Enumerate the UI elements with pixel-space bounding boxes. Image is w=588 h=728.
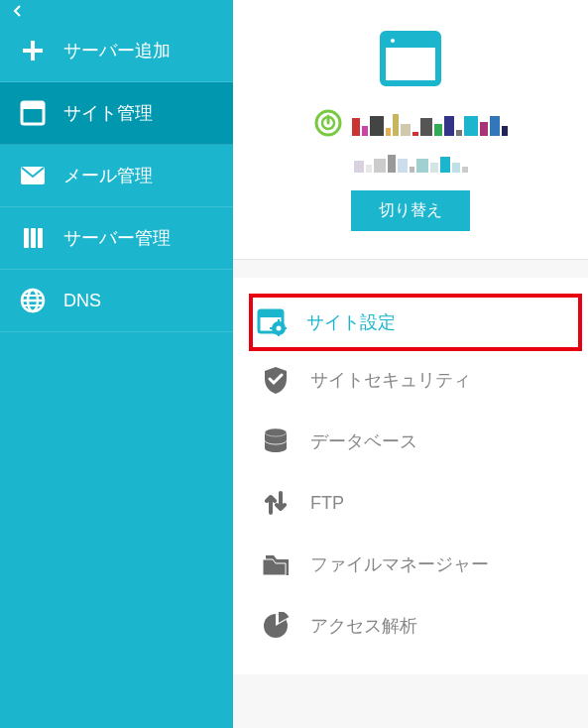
svg-rect-1	[23, 49, 43, 53]
menu-item-label: サイト設定	[306, 310, 396, 334]
menu-item-database[interactable]: データベース	[253, 413, 578, 470]
pie-chart-icon	[261, 611, 291, 641]
domain-name-obscured	[352, 114, 508, 136]
svg-rect-5	[24, 228, 29, 248]
menu-item-label: データベース	[310, 429, 417, 453]
menu-item-label: ファイルマネージャー	[310, 552, 489, 576]
menu-item-label: アクセス解析	[310, 614, 417, 638]
menu-item-label: サイトセキュリティ	[310, 368, 471, 392]
power-status-icon	[314, 109, 342, 141]
sidebar-item-dns[interactable]: DNS	[0, 270, 233, 332]
back-button[interactable]	[0, 0, 233, 20]
globe-icon	[20, 288, 46, 313]
switch-button[interactable]: 切り替え	[351, 190, 470, 231]
sidebar-item-add-server[interactable]: サーバー追加	[0, 20, 233, 82]
menu-item-site-security[interactable]: サイトセキュリティ	[253, 351, 578, 409]
site-menu-panel: サイト設定 サイトセキュリティ データベース FTP ファイルマネージャー	[233, 278, 588, 674]
sidebar-item-server-management[interactable]: サーバー管理	[0, 207, 233, 270]
main-content: 切り替え サイト設定 サイトセキュリティ データベース FTP	[233, 0, 588, 728]
shield-check-icon	[261, 365, 291, 395]
menu-item-ftp[interactable]: FTP	[253, 474, 578, 532]
server-name-obscured	[354, 155, 468, 173]
menu-item-file-manager[interactable]: ファイルマネージャー	[253, 536, 578, 593]
sidebar-item-label: サイト管理	[63, 101, 153, 125]
sidebar: サーバー追加 サイト管理 メール管理 サーバー管理 DNS	[0, 0, 233, 728]
svg-point-15	[391, 39, 395, 43]
menu-item-label: FTP	[310, 493, 344, 514]
plus-icon	[20, 38, 46, 63]
sidebar-item-label: メール管理	[63, 164, 153, 187]
domain-row	[314, 109, 508, 141]
mail-icon	[20, 163, 46, 188]
folder-icon	[261, 549, 291, 579]
menu-item-access-analytics[interactable]: アクセス解析	[253, 597, 578, 655]
svg-rect-3	[22, 102, 44, 109]
sidebar-item-label: DNS	[63, 291, 101, 311]
site-header-panel: 切り替え	[233, 0, 588, 260]
svg-point-22	[277, 326, 282, 331]
server-icon	[20, 225, 46, 251]
database-icon	[261, 426, 291, 456]
sidebar-item-site-management[interactable]: サイト管理	[0, 82, 233, 145]
sidebar-item-label: サーバー追加	[63, 39, 171, 62]
app-window-icon	[379, 30, 442, 91]
site-settings-icon	[257, 307, 287, 337]
ftp-arrows-icon	[261, 488, 291, 518]
sidebar-item-mail-management[interactable]: メール管理	[0, 145, 233, 207]
sidebar-item-label: サーバー管理	[63, 226, 171, 250]
svg-rect-20	[259, 310, 283, 317]
window-icon	[20, 100, 46, 126]
svg-rect-7	[38, 228, 43, 248]
svg-rect-6	[31, 228, 36, 248]
menu-item-site-settings[interactable]: サイト設定	[249, 294, 582, 351]
